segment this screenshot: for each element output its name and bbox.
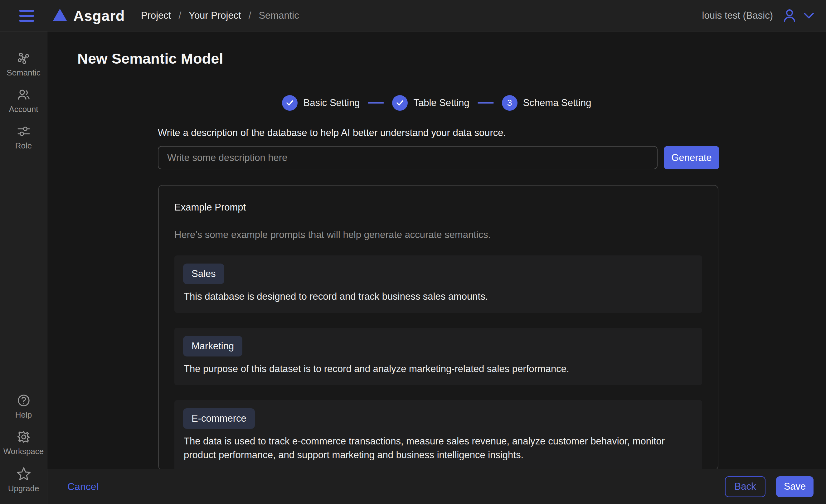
breadcrumb-semantic: Semantic bbox=[258, 10, 299, 21]
step-label: Table Setting bbox=[413, 97, 469, 109]
example-item-sales[interactable]: Sales This database is designed to recor… bbox=[174, 255, 702, 313]
description-label: Write a description of the database to h… bbox=[158, 127, 506, 138]
example-card-title: Example Prompt bbox=[174, 202, 702, 213]
example-text: The data is used to track e-commerce tra… bbox=[184, 434, 693, 462]
logo-text: Asgard bbox=[73, 7, 125, 24]
sidebar-item-label: Role bbox=[15, 141, 32, 151]
example-card-subtitle: Here’s some example prompts that will he… bbox=[174, 229, 702, 241]
gear-icon bbox=[17, 430, 31, 444]
save-button[interactable]: Save bbox=[776, 476, 814, 497]
example-tag: Sales bbox=[183, 263, 224, 284]
example-tag: Marketing bbox=[183, 336, 242, 357]
step-schema-setting[interactable]: 3 Schema Setting bbox=[502, 95, 591, 111]
sidebar: Semantic Account Role bbox=[0, 32, 47, 504]
chevron-down-icon[interactable] bbox=[804, 12, 814, 19]
sidebar-item-upgrade[interactable]: Upgrade bbox=[0, 466, 47, 493]
logo[interactable]: Asgard bbox=[53, 7, 125, 24]
example-prompt-card: Example Prompt Here’s some example promp… bbox=[158, 185, 718, 470]
example-text: This database is designed to record and … bbox=[184, 290, 693, 304]
footer-actions: Back Save bbox=[725, 476, 814, 497]
page-title: New Semantic Model bbox=[77, 50, 223, 67]
sidebar-item-label: Semantic bbox=[7, 68, 40, 78]
step-table-setting[interactable]: Table Setting bbox=[392, 95, 469, 111]
sidebar-item-workspace[interactable]: Workspace bbox=[0, 430, 47, 456]
sidebar-nav-top: Semantic Account Role bbox=[0, 52, 47, 151]
help-circle-icon bbox=[17, 394, 31, 407]
sidebar-item-label: Account bbox=[9, 105, 38, 114]
sliders-icon bbox=[17, 124, 31, 138]
logo-triangle-icon bbox=[53, 9, 67, 21]
sidebar-item-label: Workspace bbox=[3, 447, 44, 456]
top-bar: Asgard Project / Your Project / Semantic… bbox=[0, 0, 826, 32]
check-icon bbox=[286, 100, 294, 106]
footer-bar: Cancel Back Save bbox=[47, 469, 826, 504]
sidebar-item-account[interactable]: Account bbox=[0, 88, 47, 114]
check-icon bbox=[396, 100, 404, 106]
step-basic-setting[interactable]: Basic Setting bbox=[282, 95, 360, 111]
cancel-link[interactable]: Cancel bbox=[67, 481, 99, 493]
stepper: Basic Setting Table Setting 3 Schema Set… bbox=[47, 95, 826, 111]
step-label: Schema Setting bbox=[523, 97, 591, 109]
sidebar-item-label: Upgrade bbox=[8, 484, 39, 493]
user-label: louis test (Basic) bbox=[702, 10, 773, 21]
example-item-marketing[interactable]: Marketing The purpose of this dataset is… bbox=[174, 328, 702, 385]
step-label: Basic Setting bbox=[303, 97, 360, 109]
breadcrumb-separator: / bbox=[178, 10, 181, 21]
user-icon[interactable] bbox=[782, 8, 797, 23]
hamburger-icon bbox=[19, 10, 34, 12]
sidebar-item-label: Help bbox=[15, 410, 32, 420]
breadcrumb-your-project[interactable]: Your Project bbox=[189, 10, 241, 21]
generate-button[interactable]: Generate bbox=[664, 146, 719, 169]
people-icon bbox=[17, 88, 31, 102]
example-item-ecommerce[interactable]: E-commerce The data is used to track e-c… bbox=[174, 400, 702, 470]
breadcrumb: Project / Your Project / Semantic bbox=[141, 10, 299, 21]
breadcrumb-separator: / bbox=[249, 10, 251, 21]
star-icon bbox=[16, 466, 31, 481]
sidebar-nav-bottom: Help Workspace Upgrade bbox=[0, 394, 47, 493]
step-number-circle: 3 bbox=[502, 95, 518, 111]
example-tag: E-commerce bbox=[183, 408, 255, 429]
graph-icon bbox=[17, 52, 31, 65]
menu-button[interactable] bbox=[18, 8, 35, 24]
step-done-circle bbox=[282, 95, 298, 111]
description-input-row: Generate bbox=[158, 146, 719, 169]
back-button[interactable]: Back bbox=[725, 476, 765, 497]
step-connector bbox=[478, 102, 494, 104]
sidebar-item-help[interactable]: Help bbox=[0, 394, 47, 420]
example-text: The purpose of this dataset is to record… bbox=[184, 362, 693, 376]
step-done-circle bbox=[392, 95, 408, 111]
step-connector bbox=[368, 102, 384, 104]
sidebar-item-semantic[interactable]: Semantic bbox=[0, 52, 47, 78]
breadcrumb-project[interactable]: Project bbox=[141, 10, 171, 21]
sidebar-item-role[interactable]: Role bbox=[0, 124, 47, 151]
description-input[interactable] bbox=[158, 146, 658, 169]
